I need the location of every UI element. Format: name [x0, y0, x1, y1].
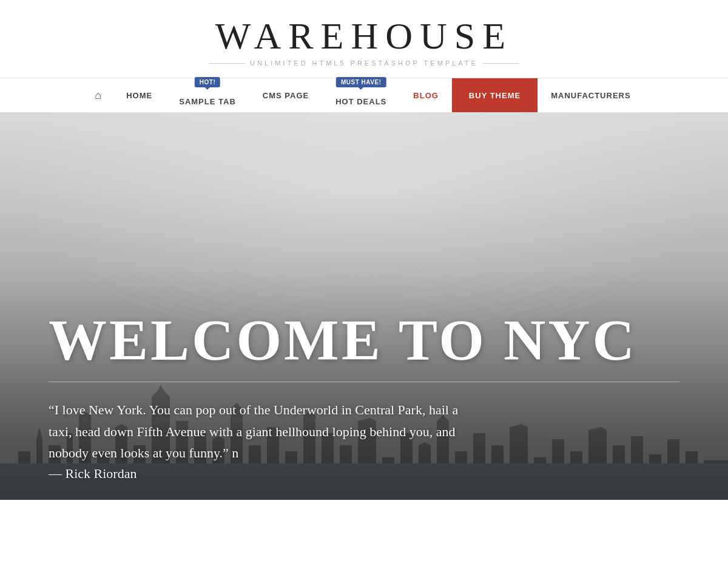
- nav-item-cms-page[interactable]: CMS PAGE: [249, 78, 322, 112]
- home-icon: ⌂: [95, 89, 102, 102]
- nav-item-hot-deals[interactable]: Must have! HOT DEALS: [322, 78, 400, 112]
- nav-label: HOME: [126, 91, 152, 100]
- badge-hot: Hot!: [195, 77, 220, 87]
- nav-item-manufacturers[interactable]: MANUFACTURERS: [538, 78, 644, 112]
- nav-label: HOT DEALS: [335, 97, 386, 106]
- hero-quote-author: — Rick Riordan: [49, 466, 679, 482]
- site-header: WAREHOUSE UNLIMITED HTML5 PRESTASHOP TEM…: [0, 0, 728, 78]
- nav-item-home[interactable]: HOME: [113, 78, 166, 112]
- nav-label: SAMPLE TAB: [179, 97, 236, 106]
- hero-section: WELCOME TO NYC “I love New York. You can…: [0, 113, 728, 500]
- main-nav: ⌂ HOME Hot! SAMPLE TAB CMS PAGE Must hav…: [0, 78, 728, 113]
- nav-item-buy-theme[interactable]: BUY THEME: [452, 78, 538, 112]
- nav-label: BLOG: [413, 91, 439, 100]
- nav-label: CMS PAGE: [263, 91, 309, 100]
- badge-must-have: Must have!: [336, 77, 386, 87]
- site-title: WAREHOUSE: [0, 17, 728, 55]
- nav-home-icon[interactable]: ⌂: [84, 78, 113, 112]
- hero-content: WELCOME TO NYC “I love New York. You can…: [0, 311, 728, 482]
- site-subtitle: UNLIMITED HTML5 PRESTASHOP TEMPLATE: [0, 59, 728, 67]
- nav-item-blog[interactable]: BLOG: [400, 78, 452, 112]
- hero-quote: “I love New York. You can pop out of the…: [49, 399, 473, 463]
- nav-label: MANUFACTURERS: [551, 91, 630, 100]
- nav-container: ⌂ HOME Hot! SAMPLE TAB CMS PAGE Must hav…: [0, 78, 728, 112]
- nav-label: BUY THEME: [469, 91, 521, 100]
- hero-divider: [49, 382, 679, 382]
- nav-item-sample-tab[interactable]: Hot! SAMPLE TAB: [166, 78, 249, 112]
- hero-title: WELCOME TO NYC: [49, 311, 679, 369]
